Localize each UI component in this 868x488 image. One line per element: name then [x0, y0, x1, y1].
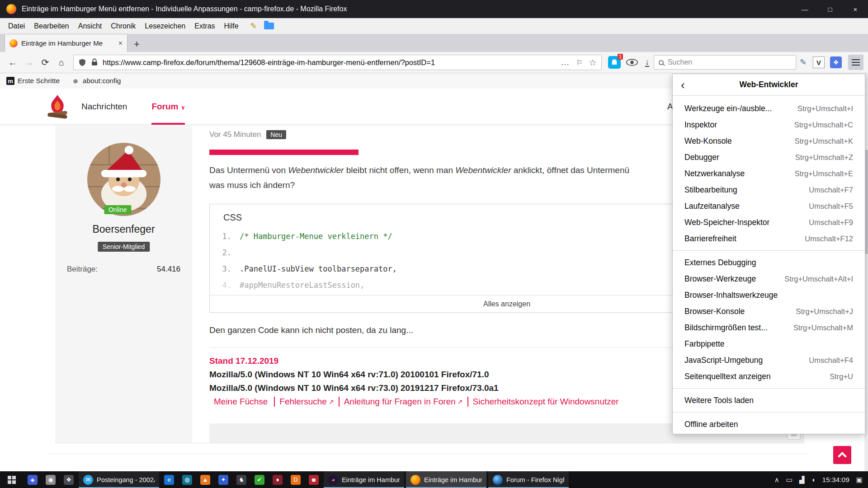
- author-name[interactable]: Boersenfeger: [55, 223, 192, 235]
- menubar-item[interactable]: Bearbeiten: [29, 22, 73, 30]
- taskbar-button[interactable]: Forum - Firefox Nightly: [488, 471, 569, 488]
- taskbar-button[interactable]: ✔: [250, 471, 269, 488]
- back-chevron-icon[interactable]: ‹: [681, 75, 685, 95]
- forward-button[interactable]: →: [21, 54, 37, 70]
- taskbar-button[interactable]: e: [160, 471, 178, 488]
- menubar-item[interactable]: Datei: [4, 22, 29, 30]
- devmenu-item[interactable]: Werkzeuge ein-/ausble... Strg+Umschalt+I: [673, 100, 865, 117]
- signature-link[interactable]: Anleitung für Fragen in Foren ↗: [339, 397, 467, 407]
- highlighter-extension-icon[interactable]: ✎: [800, 57, 807, 67]
- maximize-button[interactable]: □: [817, 0, 843, 18]
- reload-button[interactable]: ⟳: [37, 54, 53, 70]
- bookmark-star-icon[interactable]: ☆: [589, 57, 597, 68]
- devmenu-item[interactable]: Farbpipette: [673, 336, 865, 352]
- devmenu-item[interactable]: [673, 388, 865, 389]
- devmenu-item[interactable]: Bildschirmgrößen test... Strg+Umschalt+M: [673, 319, 865, 336]
- devmenu-item-label: Laufzeitanalyse: [684, 202, 809, 211]
- camp-firefox-logo[interactable]: [45, 94, 70, 119]
- devmenu-item[interactable]: Web-Speicher-Inspektor Umschalt+F9: [673, 214, 865, 230]
- devmenu-item[interactable]: Offline arbeiten: [673, 416, 865, 432]
- browser-tab[interactable]: Einträge im Hamburger Me ×: [5, 34, 127, 52]
- hamburger-menu-button[interactable]: [848, 55, 863, 70]
- taskbar-button[interactable]: Einträge im Hamburg...: [406, 471, 486, 488]
- taskbar-button[interactable]: ♦: [269, 471, 287, 488]
- taskbar-window-label: Posteingang - 2002An...: [97, 476, 155, 483]
- devmenu-item[interactable]: Seitenquelltext anzeigen Strg+U: [673, 368, 865, 385]
- folder-icon[interactable]: [264, 23, 274, 29]
- devmenu-item-shortcut: Strg+Umschalt+K: [795, 137, 853, 145]
- devmenu-item[interactable]: Inspektor Strg+Umschalt+C: [673, 117, 865, 133]
- devmenu-item[interactable]: Browser-Werkzeuge Strg+Umschalt+Alt+I: [673, 271, 865, 287]
- taskbar-button[interactable]: ◕ Einträge im Hamburg...: [324, 471, 404, 488]
- taskbar-button[interactable]: ♞: [232, 471, 250, 488]
- devmenu-item[interactable]: Laufzeitanalyse Umschalt+F5: [673, 198, 865, 214]
- url-bar[interactable]: https://www.camp-firefox.de/forum/thema/…: [73, 55, 602, 70]
- signature-link[interactable]: Fehlersuche ↗: [274, 397, 338, 407]
- post-note: Den ganzen Code kann ich nicht posten, d…: [209, 325, 413, 335]
- devmenu-item[interactable]: Externes Debugging: [673, 254, 865, 271]
- devmenu-item[interactable]: Stilbearbeitung Umschalt+F7: [673, 182, 865, 198]
- close-button[interactable]: ×: [843, 0, 868, 18]
- page-actions-icon[interactable]: …: [561, 57, 570, 67]
- devmenu-item[interactable]: Debugger Strg+Umschalt+Z: [673, 149, 865, 165]
- lock-icon[interactable]: [90, 58, 99, 66]
- back-button[interactable]: ←: [5, 54, 21, 70]
- home-button[interactable]: ⌂: [53, 54, 70, 70]
- signature-link[interactable]: Meine Füchse: [209, 397, 274, 407]
- downloads-icon[interactable]: ↓: [645, 58, 649, 67]
- blue-extension-icon[interactable]: ❖: [830, 56, 842, 68]
- start-button[interactable]: [0, 471, 24, 488]
- external-link-icon: ↗: [329, 398, 334, 405]
- devmenu-item[interactable]: Browser-Inhaltswerkzeuge: [673, 287, 865, 303]
- signature-link[interactable]: Sicherheitskonzept für Windowsnutzer: [467, 397, 625, 407]
- search-bar[interactable]: Suchen: [654, 55, 796, 70]
- taskbar-button[interactable]: ▲: [196, 471, 214, 488]
- menubar-item[interactable]: Lesezeichen: [140, 22, 190, 30]
- bookmark-item[interactable]: m Erste Schritte: [6, 77, 60, 85]
- v-extension-icon[interactable]: V: [813, 56, 825, 68]
- shield-icon[interactable]: [78, 58, 86, 66]
- site-nav-item[interactable]: Nachrichten: [81, 89, 130, 125]
- taskbar-button[interactable]: ✉ Posteingang - 2002An...: [79, 471, 159, 488]
- menubar-item[interactable]: Extras: [190, 22, 219, 30]
- tray-expand-icon[interactable]: ∧: [774, 476, 779, 484]
- devmenu-item[interactable]: Browser-Konsole Strg+Umschalt+J: [673, 303, 865, 319]
- network-icon[interactable]: ▟: [799, 476, 805, 484]
- devmenu-item[interactable]: [673, 412, 865, 413]
- taskbar-button[interactable]: ✦: [214, 471, 232, 488]
- taskbar-button[interactable]: ◉: [42, 471, 60, 488]
- notes-icon[interactable]: ✎: [250, 21, 257, 31]
- taskbar-app-icon: ✦: [218, 475, 228, 485]
- action-center-icon[interactable]: ▣: [856, 476, 863, 484]
- tab-close-icon[interactable]: ×: [118, 39, 123, 47]
- ghostery-extension-icon[interactable]: 1: [608, 56, 621, 69]
- new-tab-button[interactable]: +: [134, 39, 140, 49]
- menubar-item[interactable]: Chronik: [106, 22, 140, 30]
- scroll-to-top-button[interactable]: [833, 446, 851, 464]
- pocket-icon[interactable]: ⚐: [576, 58, 583, 67]
- devmenu-item[interactable]: [673, 250, 865, 251]
- volume-icon[interactable]: ◖: [811, 476, 815, 483]
- minimize-button[interactable]: —: [792, 0, 817, 18]
- privacy-eye-extension-icon[interactable]: [625, 56, 639, 69]
- taskbar-button[interactable]: ◙: [305, 471, 323, 488]
- taskbar-button[interactable]: D: [287, 471, 305, 488]
- taskbar-button[interactable]: ◈: [24, 471, 42, 488]
- devmenu-item[interactable]: Weitere Tools laden: [673, 392, 865, 408]
- devmenu-item-label: Browser-Inhaltswerkzeuge: [684, 291, 853, 300]
- site-nav-item[interactable]: Forum∨: [151, 89, 185, 125]
- clock[interactable]: 15:34:09: [822, 476, 849, 484]
- devmenu-item[interactable]: Web-Konsole Strg+Umschalt+K: [673, 133, 865, 149]
- devmenu-item[interactable]: JavaScript-Umgebung Umschalt+F4: [673, 352, 865, 368]
- menubar-item[interactable]: Ansicht: [74, 22, 106, 30]
- taskbar-button[interactable]: ❖: [60, 471, 78, 488]
- devmenu-item-shortcut: Strg+Umschalt+J: [796, 307, 853, 316]
- devmenu-item[interactable]: Barrierefreiheit Umschalt+F12: [673, 230, 865, 247]
- taskbar-button[interactable]: ◍: [178, 471, 196, 488]
- taskbar-window-label: Forum - Firefox Nightly: [506, 476, 564, 483]
- devmenu-item[interactable]: Netzwerkanalyse Strg+Umschalt+E: [673, 165, 865, 182]
- post-timestamp[interactable]: Vor 45 Minuten: [209, 130, 261, 139]
- bookmark-item[interactable]: ⊕ about:config: [71, 77, 121, 85]
- battery-icon[interactable]: ▭: [786, 476, 793, 484]
- menubar-item[interactable]: Hilfe: [220, 22, 243, 30]
